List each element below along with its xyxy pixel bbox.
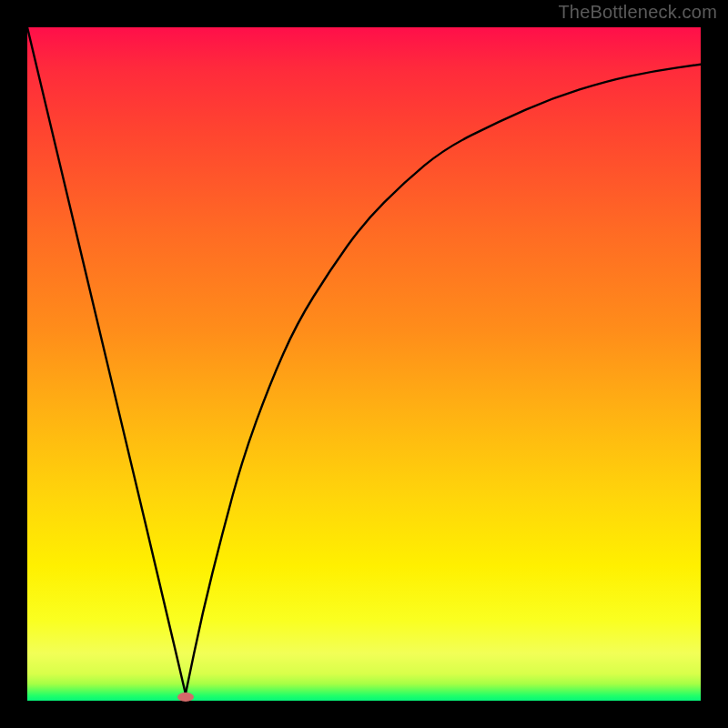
curve-right-segment xyxy=(186,65,701,694)
chart-frame: TheBottleneck.com xyxy=(0,0,728,728)
curve-left-segment xyxy=(27,27,186,694)
plot-area xyxy=(27,27,701,701)
minimum-marker xyxy=(177,693,194,702)
watermark-text: TheBottleneck.com xyxy=(558,2,717,23)
curve-layer xyxy=(27,27,701,701)
